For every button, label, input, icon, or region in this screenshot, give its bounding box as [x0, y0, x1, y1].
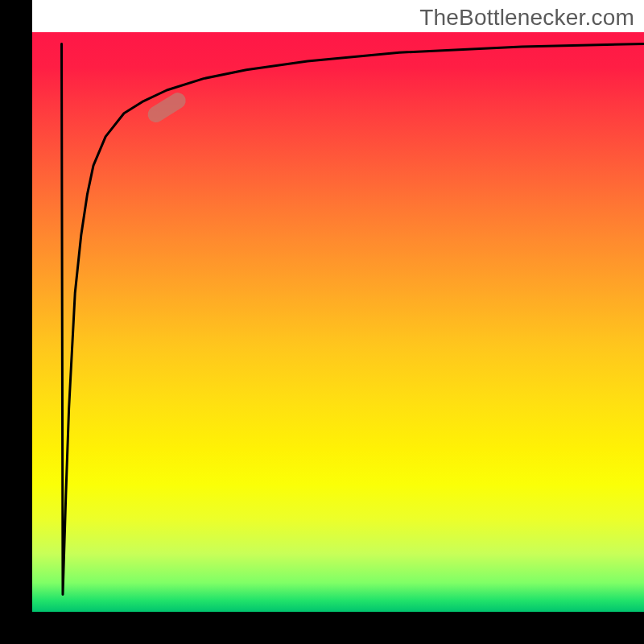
highlight-marker	[145, 89, 189, 126]
plot-area	[32, 32, 644, 612]
bottleneck-curve	[62, 43, 645, 594]
svg-rect-0	[145, 89, 189, 126]
watermark-text: TheBottlenecker.com	[419, 5, 634, 31]
x-axis	[0, 612, 644, 644]
bottleneck-chart: TheBottlenecker.com	[0, 0, 644, 644]
curve-svg	[32, 32, 644, 612]
y-axis	[0, 0, 32, 644]
